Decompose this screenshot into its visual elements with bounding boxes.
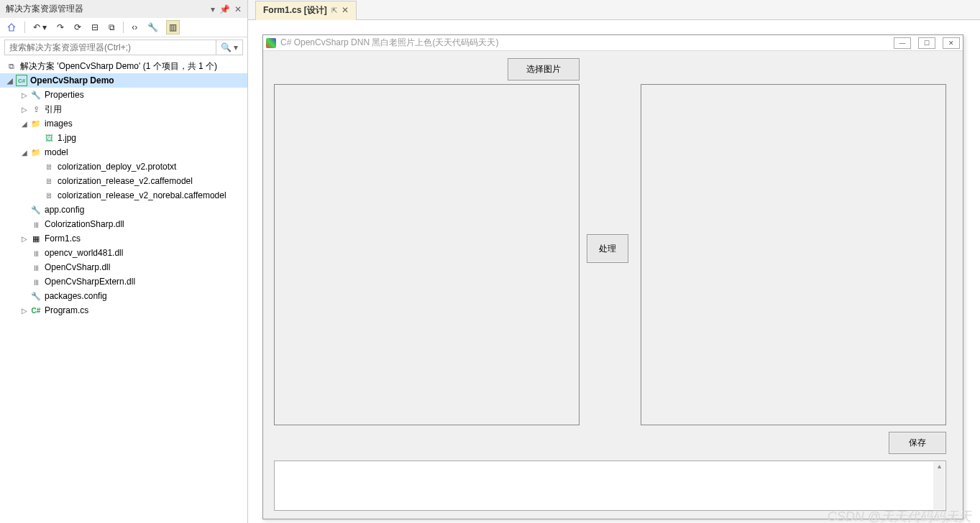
file-label: colorization_release_v2_norebal.caffemod… [58, 190, 226, 200]
chevron-right-icon[interactable]: ▷ [20, 106, 29, 114]
tab-form1-design[interactable]: Form1.cs [设计] ⇱ ✕ [255, 1, 357, 21]
file-label: 1.jpg [58, 133, 76, 143]
tab-bar: Form1.cs [设计] ⇱ ✕ [248, 0, 980, 20]
chevron-right-icon[interactable]: ▷ [20, 307, 29, 315]
dll-icon: ⫼ [30, 218, 42, 230]
back-icon[interactable]: ↶ ▾ [31, 21, 49, 34]
images-label: images [45, 119, 73, 129]
winform[interactable]: C# OpenCvSharp DNN 黑白老照片上色(天天代码码天天) — ☐ … [262, 34, 963, 519]
model-folder[interactable]: ◢ 📁 model [0, 145, 247, 159]
file-label: packages.config [45, 291, 107, 301]
select-image-button[interactable]: 选择图片 [508, 58, 580, 80]
winform-body: 选择图片 处理 保存 ▴ [263, 51, 963, 519]
project-icon: C# [16, 75, 27, 86]
chevron-down-icon[interactable]: ◢ [6, 77, 14, 85]
dll-file[interactable]: ⫼ ColorizationSharp.dll [0, 217, 247, 231]
separator [123, 22, 124, 33]
file-label: Program.cs [45, 305, 88, 315]
chevron-right-icon[interactable]: ▷ [20, 91, 29, 99]
home-icon[interactable] [4, 21, 19, 34]
wrench-icon: 🔧 [30, 89, 42, 101]
references-label: 引用 [45, 103, 62, 116]
refresh-icon[interactable]: ⟳ [72, 21, 83, 34]
form1-file[interactable]: ▷ ▦ Form1.cs [0, 231, 247, 246]
code-icon[interactable]: ‹› [129, 21, 139, 34]
explorer-toolbar: ↶ ▾ ↷ ⟳ ⊟ ⧉ ‹› 🔧 ▥ [0, 18, 247, 37]
packages-file[interactable]: 🔧 packages.config [0, 289, 247, 303]
file-icon: 🗎 [43, 190, 55, 201]
minimize-button[interactable]: — [894, 37, 911, 49]
scrollbar[interactable]: ▴ [933, 462, 945, 509]
references-icon: ⇪ [30, 103, 42, 115]
image-file[interactable]: 🖼 1.jpg [0, 131, 247, 145]
explorer-header-actions: ▾ 📌 ✕ [211, 4, 242, 14]
file-label: app.config [45, 205, 84, 215]
form-icon: ▦ [30, 233, 42, 244]
solution-node[interactable]: ⧉ 解决方案 'OpenCvSharp Demo' (1 个项目，共 1 个) [0, 59, 247, 73]
config-icon: 🔧 [30, 204, 42, 216]
preview-icon[interactable]: ▥ [166, 20, 180, 34]
collapse-icon[interactable]: ⊟ [89, 21, 101, 34]
file-icon: 🗎 [43, 161, 55, 172]
save-button[interactable]: 保存 [889, 432, 946, 454]
dll-icon: ⫼ [30, 247, 42, 259]
model-file[interactable]: 🗎 colorization_release_v2_norebal.caffem… [0, 188, 247, 203]
winform-title-text: C# OpenCvSharp DNN 黑白老照片上色(天天代码码天天) [280, 37, 887, 49]
process-button[interactable]: 处理 [587, 234, 628, 263]
dll-file[interactable]: ⫼ OpenCvSharp.dll [0, 260, 247, 274]
search-button[interactable]: 🔍 ▾ [216, 40, 243, 55]
model-file[interactable]: 🗎 colorization_deploy_v2.prototxt [0, 159, 247, 174]
project-label: OpenCvSharp Demo [30, 75, 114, 85]
properties-label: Properties [45, 90, 84, 100]
tab-label: Form1.cs [设计] [263, 4, 327, 17]
winform-titlebar: C# OpenCvSharp DNN 黑白老照片上色(天天代码码天天) — ☐ … [263, 35, 963, 51]
chevron-down-icon[interactable]: ◢ [20, 120, 29, 128]
project-node[interactable]: ◢ C# OpenCvSharp Demo [0, 73, 247, 88]
search-row: 🔍 ▾ [0, 37, 247, 57]
dll-file[interactable]: ⫼ OpenCvSharpExtern.dll [0, 274, 247, 289]
program-file[interactable]: ▷ C# Program.cs [0, 303, 247, 318]
close-icon[interactable]: ✕ [342, 5, 349, 15]
pin-icon[interactable]: ⇱ [331, 6, 337, 14]
log-textbox[interactable]: ▴ [274, 460, 946, 511]
folder-icon: 📁 [30, 147, 42, 158]
solution-explorer: 解决方案资源管理器 ▾ 📌 ✕ ↶ ▾ ↷ ⟳ ⊟ ⧉ ‹› 🔧 ▥ 🔍 ▾ ⧉… [0, 0, 248, 523]
references-node[interactable]: ▷ ⇪ 引用 [0, 102, 247, 116]
file-label: opencv_world481.dll [45, 248, 123, 258]
picturebox-source[interactable] [274, 84, 580, 425]
dll-icon: ⫼ [30, 276, 42, 287]
file-label: OpenCvSharp.dll [45, 262, 110, 272]
chevron-right-icon[interactable]: ▷ [20, 235, 29, 243]
properties-node[interactable]: ▷ 🔧 Properties [0, 88, 247, 102]
file-label: Form1.cs [45, 233, 81, 244]
design-surface[interactable]: C# OpenCvSharp DNN 黑白老照片上色(天天代码码天天) — ☐ … [248, 20, 980, 523]
app-icon [266, 38, 276, 48]
folder-icon: 📁 [30, 118, 42, 129]
file-label: ColorizationSharp.dll [45, 219, 124, 229]
model-file[interactable]: 🗎 colorization_release_v2.caffemodel [0, 174, 247, 188]
explorer-header: 解决方案资源管理器 ▾ 📌 ✕ [0, 0, 247, 18]
maximize-button[interactable]: ☐ [918, 37, 935, 49]
solution-icon: ⧉ [6, 60, 17, 72]
dll-icon: ⫼ [30, 262, 42, 273]
chevron-down-icon[interactable]: ◢ [20, 149, 29, 157]
picturebox-result[interactable] [641, 84, 946, 425]
model-label: model [45, 147, 68, 157]
showall-icon[interactable]: ⧉ [106, 21, 117, 34]
images-folder[interactable]: ◢ 📁 images [0, 116, 247, 131]
image-icon: 🖼 [43, 132, 55, 144]
appconfig-file[interactable]: 🔧 app.config [0, 203, 247, 217]
forward-icon[interactable]: ↷ [55, 21, 66, 34]
search-input[interactable] [4, 40, 216, 55]
solution-tree: ⧉ 解决方案 'OpenCvSharp Demo' (1 个项目，共 1 个) … [0, 57, 247, 523]
dll-file[interactable]: ⫼ opencv_world481.dll [0, 246, 247, 260]
file-icon: 🗎 [43, 175, 55, 187]
close-icon[interactable]: ✕ [234, 4, 242, 14]
designer-area: Form1.cs [设计] ⇱ ✕ C# OpenCvSharp DNN 黑白老… [248, 0, 980, 523]
pin-icon[interactable]: 📌 [219, 4, 230, 14]
properties-icon[interactable]: 🔧 [145, 21, 160, 34]
file-label: colorization_deploy_v2.prototxt [58, 162, 176, 172]
dropdown-icon[interactable]: ▾ [211, 4, 215, 14]
csharp-icon: C# [30, 305, 42, 316]
close-button[interactable]: ✕ [943, 37, 960, 49]
